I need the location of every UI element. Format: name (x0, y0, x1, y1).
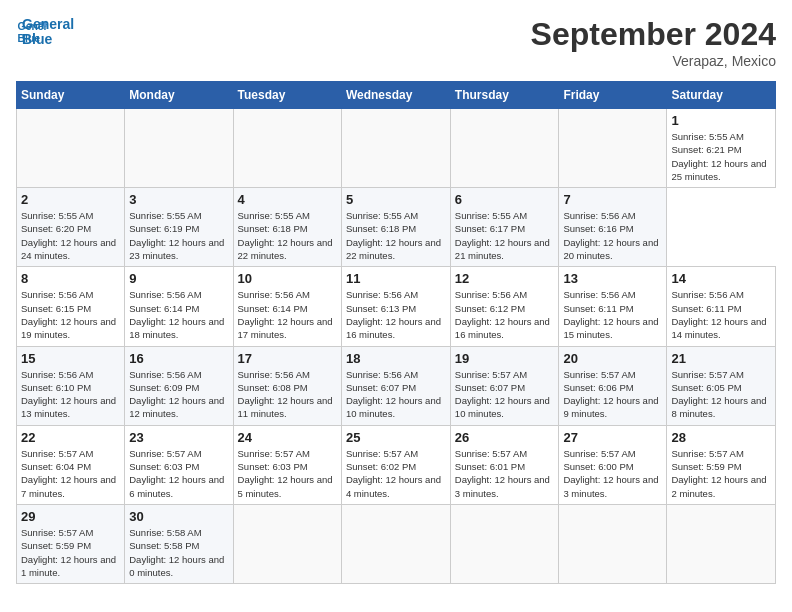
calendar-cell: 23Sunrise: 5:57 AMSunset: 6:03 PMDayligh… (125, 425, 233, 504)
day-info: Sunrise: 5:57 AMSunset: 6:03 PMDaylight:… (238, 447, 337, 500)
logo: General Blue General Blue (16, 16, 74, 48)
calendar-cell: 27Sunrise: 5:57 AMSunset: 6:00 PMDayligh… (559, 425, 667, 504)
calendar-cell: 12Sunrise: 5:56 AMSunset: 6:12 PMDayligh… (450, 267, 559, 346)
calendar-cell: 28Sunrise: 5:57 AMSunset: 5:59 PMDayligh… (667, 425, 776, 504)
calendar-cell: 3Sunrise: 5:55 AMSunset: 6:19 PMDaylight… (125, 188, 233, 267)
week-row-4: 15Sunrise: 5:56 AMSunset: 6:10 PMDayligh… (17, 346, 776, 425)
day-info: Sunrise: 5:55 AMSunset: 6:19 PMDaylight:… (129, 209, 228, 262)
week-row-6: 29Sunrise: 5:57 AMSunset: 5:59 PMDayligh… (17, 504, 776, 583)
day-number: 7 (563, 192, 662, 207)
day-info: Sunrise: 5:56 AMSunset: 6:11 PMDaylight:… (671, 288, 771, 341)
day-number: 14 (671, 271, 771, 286)
month-title: September 2024 (531, 16, 776, 53)
day-number: 13 (563, 271, 662, 286)
day-number: 23 (129, 430, 228, 445)
day-info: Sunrise: 5:57 AMSunset: 6:06 PMDaylight:… (563, 368, 662, 421)
day-info: Sunrise: 5:57 AMSunset: 6:03 PMDaylight:… (129, 447, 228, 500)
day-number: 3 (129, 192, 228, 207)
day-info: Sunrise: 5:56 AMSunset: 6:14 PMDaylight:… (129, 288, 228, 341)
day-number: 2 (21, 192, 120, 207)
day-info: Sunrise: 5:56 AMSunset: 6:07 PMDaylight:… (346, 368, 446, 421)
day-number: 30 (129, 509, 228, 524)
dow-monday: Monday (125, 82, 233, 109)
day-info: Sunrise: 5:55 AMSunset: 6:21 PMDaylight:… (671, 130, 771, 183)
day-info: Sunrise: 5:57 AMSunset: 5:59 PMDaylight:… (671, 447, 771, 500)
dow-wednesday: Wednesday (341, 82, 450, 109)
day-info: Sunrise: 5:56 AMSunset: 6:14 PMDaylight:… (238, 288, 337, 341)
day-info: Sunrise: 5:56 AMSunset: 6:15 PMDaylight:… (21, 288, 120, 341)
calendar-cell (341, 109, 450, 188)
day-number: 22 (21, 430, 120, 445)
day-info: Sunrise: 5:55 AMSunset: 6:18 PMDaylight:… (346, 209, 446, 262)
day-number: 16 (129, 351, 228, 366)
day-number: 12 (455, 271, 555, 286)
calendar-cell: 24Sunrise: 5:57 AMSunset: 6:03 PMDayligh… (233, 425, 341, 504)
calendar-cell: 6Sunrise: 5:55 AMSunset: 6:17 PMDaylight… (450, 188, 559, 267)
calendar-cell: 9Sunrise: 5:56 AMSunset: 6:14 PMDaylight… (125, 267, 233, 346)
day-number: 10 (238, 271, 337, 286)
day-info: Sunrise: 5:57 AMSunset: 6:04 PMDaylight:… (21, 447, 120, 500)
calendar-cell (559, 109, 667, 188)
calendar-cell: 16Sunrise: 5:56 AMSunset: 6:09 PMDayligh… (125, 346, 233, 425)
calendar-cell (233, 109, 341, 188)
day-info: Sunrise: 5:56 AMSunset: 6:09 PMDaylight:… (129, 368, 228, 421)
calendar-cell: 22Sunrise: 5:57 AMSunset: 6:04 PMDayligh… (17, 425, 125, 504)
calendar-cell: 18Sunrise: 5:56 AMSunset: 6:07 PMDayligh… (341, 346, 450, 425)
week-row-2: 2Sunrise: 5:55 AMSunset: 6:20 PMDaylight… (17, 188, 776, 267)
day-number: 19 (455, 351, 555, 366)
day-number: 25 (346, 430, 446, 445)
day-info: Sunrise: 5:57 AMSunset: 5:59 PMDaylight:… (21, 526, 120, 579)
calendar-cell: 4Sunrise: 5:55 AMSunset: 6:18 PMDaylight… (233, 188, 341, 267)
calendar-cell: 1Sunrise: 5:55 AMSunset: 6:21 PMDaylight… (667, 109, 776, 188)
calendar-cell: 26Sunrise: 5:57 AMSunset: 6:01 PMDayligh… (450, 425, 559, 504)
day-info: Sunrise: 5:57 AMSunset: 6:05 PMDaylight:… (671, 368, 771, 421)
calendar-cell: 15Sunrise: 5:56 AMSunset: 6:10 PMDayligh… (17, 346, 125, 425)
calendar-cell: 21Sunrise: 5:57 AMSunset: 6:05 PMDayligh… (667, 346, 776, 425)
calendar-cell (450, 109, 559, 188)
day-info: Sunrise: 5:56 AMSunset: 6:13 PMDaylight:… (346, 288, 446, 341)
day-number: 11 (346, 271, 446, 286)
day-number: 8 (21, 271, 120, 286)
day-info: Sunrise: 5:56 AMSunset: 6:12 PMDaylight:… (455, 288, 555, 341)
day-number: 26 (455, 430, 555, 445)
calendar-cell: 7Sunrise: 5:56 AMSunset: 6:16 PMDaylight… (559, 188, 667, 267)
dow-friday: Friday (559, 82, 667, 109)
day-number: 24 (238, 430, 337, 445)
calendar-cell (559, 504, 667, 583)
calendar-cell (17, 109, 125, 188)
calendar-cell: 8Sunrise: 5:56 AMSunset: 6:15 PMDaylight… (17, 267, 125, 346)
dow-tuesday: Tuesday (233, 82, 341, 109)
calendar-cell: 19Sunrise: 5:57 AMSunset: 6:07 PMDayligh… (450, 346, 559, 425)
dow-thursday: Thursday (450, 82, 559, 109)
day-number: 27 (563, 430, 662, 445)
day-info: Sunrise: 5:56 AMSunset: 6:08 PMDaylight:… (238, 368, 337, 421)
day-number: 17 (238, 351, 337, 366)
day-number: 21 (671, 351, 771, 366)
calendar-cell: 29Sunrise: 5:57 AMSunset: 5:59 PMDayligh… (17, 504, 125, 583)
calendar-cell (233, 504, 341, 583)
title-block: September 2024 Verapaz, Mexico (531, 16, 776, 69)
day-info: Sunrise: 5:55 AMSunset: 6:17 PMDaylight:… (455, 209, 555, 262)
day-number: 6 (455, 192, 555, 207)
dow-sunday: Sunday (17, 82, 125, 109)
calendar-cell (125, 109, 233, 188)
calendar-cell: 14Sunrise: 5:56 AMSunset: 6:11 PMDayligh… (667, 267, 776, 346)
page-header: General Blue General Blue September 2024… (16, 16, 776, 69)
day-number: 1 (671, 113, 771, 128)
day-info: Sunrise: 5:57 AMSunset: 6:01 PMDaylight:… (455, 447, 555, 500)
logo-line2: Blue (22, 32, 74, 47)
week-row-5: 22Sunrise: 5:57 AMSunset: 6:04 PMDayligh… (17, 425, 776, 504)
day-info: Sunrise: 5:57 AMSunset: 6:02 PMDaylight:… (346, 447, 446, 500)
day-of-week-header-row: SundayMondayTuesdayWednesdayThursdayFrid… (17, 82, 776, 109)
dow-saturday: Saturday (667, 82, 776, 109)
day-info: Sunrise: 5:56 AMSunset: 6:16 PMDaylight:… (563, 209, 662, 262)
day-info: Sunrise: 5:57 AMSunset: 6:00 PMDaylight:… (563, 447, 662, 500)
day-info: Sunrise: 5:56 AMSunset: 6:11 PMDaylight:… (563, 288, 662, 341)
day-info: Sunrise: 5:56 AMSunset: 6:10 PMDaylight:… (21, 368, 120, 421)
day-number: 4 (238, 192, 337, 207)
day-number: 20 (563, 351, 662, 366)
calendar-cell: 20Sunrise: 5:57 AMSunset: 6:06 PMDayligh… (559, 346, 667, 425)
day-number: 15 (21, 351, 120, 366)
week-row-1: 1Sunrise: 5:55 AMSunset: 6:21 PMDaylight… (17, 109, 776, 188)
day-info: Sunrise: 5:58 AMSunset: 5:58 PMDaylight:… (129, 526, 228, 579)
